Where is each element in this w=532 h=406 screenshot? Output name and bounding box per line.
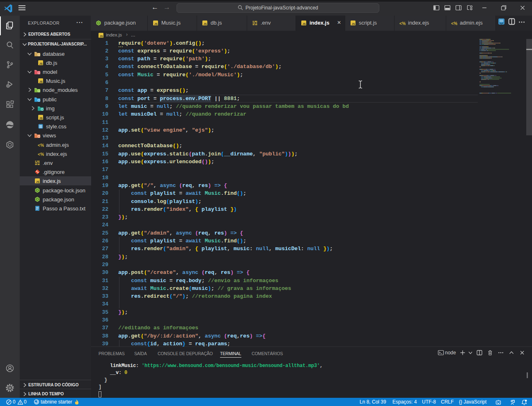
svg-text:<%: <% <box>38 151 44 156</box>
svg-text:JS: JS <box>39 62 43 65</box>
svg-text:JS: JS <box>39 117 43 120</box>
svg-text:JS: JS <box>39 80 43 83</box>
svg-text:JS: JS <box>36 180 40 183</box>
svg-text:<%: <% <box>38 142 44 147</box>
